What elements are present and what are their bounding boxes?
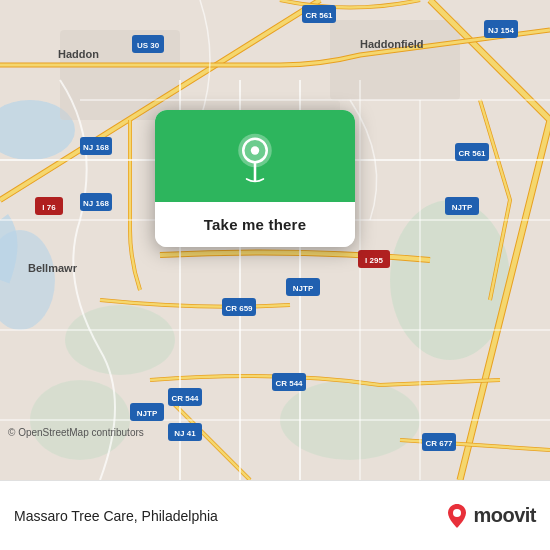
moovit-logo: moovit — [445, 502, 536, 530]
svg-text:Haddonfield: Haddonfield — [360, 38, 424, 50]
svg-text:NJTP: NJTP — [452, 203, 473, 212]
map-attribution: © OpenStreetMap contributors — [8, 427, 144, 438]
svg-text:CR 677: CR 677 — [425, 439, 453, 448]
bottom-bar: Massaro Tree Care, Philadelphia moovit — [0, 480, 550, 550]
svg-text:US 30: US 30 — [137, 41, 160, 50]
svg-text:NJ 168: NJ 168 — [83, 143, 109, 152]
svg-text:NJ 41: NJ 41 — [174, 429, 196, 438]
take-me-there-button[interactable]: Take me there — [155, 202, 355, 247]
location-pin-icon — [229, 132, 281, 184]
svg-text:I 295: I 295 — [365, 256, 383, 265]
svg-point-47 — [251, 146, 259, 154]
svg-text:I 76: I 76 — [42, 203, 56, 212]
popup-card: Take me there — [155, 110, 355, 247]
svg-text:NJ 168: NJ 168 — [83, 199, 109, 208]
svg-text:CR 544: CR 544 — [275, 379, 303, 388]
svg-text:NJ 154: NJ 154 — [488, 26, 514, 35]
svg-text:CR 561: CR 561 — [458, 149, 486, 158]
svg-text:Haddon: Haddon — [58, 48, 99, 60]
svg-text:NJTP: NJTP — [293, 284, 314, 293]
svg-text:CR 659: CR 659 — [225, 304, 253, 313]
svg-text:CR 544: CR 544 — [171, 394, 199, 403]
moovit-pin-icon — [445, 502, 469, 530]
svg-text:CR 561: CR 561 — [305, 11, 333, 20]
svg-text:Bellmawr: Bellmawr — [28, 262, 78, 274]
svg-point-4 — [65, 305, 175, 375]
location-info: Massaro Tree Care, Philadelphia moovit — [14, 502, 536, 530]
map-container: US 30 NJ 168 NJ 168 I 76 I 295 NJ 154 CR… — [0, 0, 550, 480]
popup-green-header — [155, 110, 355, 202]
location-name: Massaro Tree Care, Philadelphia — [14, 508, 218, 524]
moovit-text: moovit — [473, 504, 536, 527]
svg-text:NJTP: NJTP — [137, 409, 158, 418]
svg-point-48 — [453, 509, 461, 517]
